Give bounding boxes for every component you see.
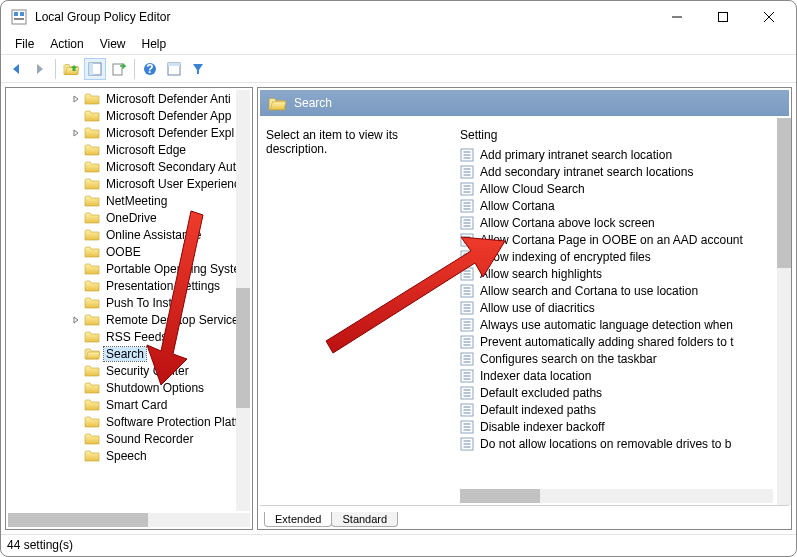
tab-extended[interactable]: Extended xyxy=(264,512,332,527)
status-text: 44 setting(s) xyxy=(7,538,73,552)
properties-button[interactable] xyxy=(163,58,185,80)
export-button[interactable] xyxy=(108,58,130,80)
tree-item-label: Shutdown Options xyxy=(104,381,206,395)
tree-item[interactable]: NetMeeting xyxy=(6,192,252,209)
setting-label: Allow Cortana Page in OOBE on an AAD acc… xyxy=(480,233,743,247)
setting-label: Indexer data location xyxy=(480,369,591,383)
forward-button[interactable] xyxy=(29,58,51,80)
setting-item[interactable]: Default excluded paths xyxy=(460,384,787,401)
setting-label: Allow Cortana above lock screen xyxy=(480,216,655,230)
folder-icon xyxy=(84,330,100,343)
tree-item[interactable]: Microsoft Defender Anti xyxy=(6,90,252,107)
setting-item[interactable]: Configures search on the taskbar xyxy=(460,350,787,367)
folder-icon xyxy=(84,92,100,105)
tree-item[interactable]: Search xyxy=(6,345,252,362)
tree-pane: Microsoft Defender AntiMicrosoft Defende… xyxy=(5,87,253,530)
detail-pane: Search Select an item to view its descri… xyxy=(257,87,792,530)
policy-setting-icon xyxy=(460,369,474,383)
tree-vertical-scrollbar[interactable] xyxy=(236,90,250,511)
tree-item[interactable]: Remote Desktop Service xyxy=(6,311,252,328)
folder-icon xyxy=(84,432,100,445)
setting-item[interactable]: Allow Cortana above lock screen xyxy=(460,214,787,231)
setting-item[interactable]: Indexer data location xyxy=(460,367,787,384)
show-tree-button[interactable] xyxy=(84,58,106,80)
tree-item[interactable]: Presentation Settings xyxy=(6,277,252,294)
back-button[interactable] xyxy=(5,58,27,80)
setting-item[interactable]: Allow Cortana xyxy=(460,197,787,214)
policy-setting-icon xyxy=(460,301,474,315)
setting-item[interactable]: Allow search and Cortana to use location xyxy=(460,282,787,299)
policy-setting-icon xyxy=(460,318,474,332)
tree-item[interactable]: Microsoft Defender Expl xyxy=(6,124,252,141)
tree-item[interactable]: Microsoft Defender App xyxy=(6,107,252,124)
tree-item[interactable]: Portable Operating Syste xyxy=(6,260,252,277)
setting-label: Add primary intranet search location xyxy=(480,148,672,162)
detail-header: Search xyxy=(260,90,789,116)
tree-item[interactable]: Microsoft User Experienc xyxy=(6,175,252,192)
tree-item[interactable]: OneDrive xyxy=(6,209,252,226)
tree-item-label: Portable Operating Syste xyxy=(104,262,242,276)
tree-item[interactable]: Security Center xyxy=(6,362,252,379)
tree-item[interactable]: Smart Card xyxy=(6,396,252,413)
tree-horizontal-scrollbar[interactable] xyxy=(8,513,250,527)
column-header-setting[interactable]: Setting xyxy=(460,128,787,146)
folder-icon xyxy=(84,296,100,309)
setting-item[interactable]: Add secondary intranet search locations xyxy=(460,163,787,180)
setting-label: Always use automatic language detection … xyxy=(480,318,733,332)
filter-button[interactable] xyxy=(187,58,209,80)
list-vertical-scrollbar[interactable] xyxy=(777,118,791,505)
menu-file[interactable]: File xyxy=(7,35,42,53)
setting-item[interactable]: Allow Cloud Search xyxy=(460,180,787,197)
tab-standard[interactable]: Standard xyxy=(331,512,398,527)
help-button[interactable]: ? xyxy=(139,58,161,80)
up-button[interactable] xyxy=(60,58,82,80)
tree-item-label: OneDrive xyxy=(104,211,159,225)
folder-icon xyxy=(84,449,100,462)
setting-item[interactable]: Do not allow locations on removable driv… xyxy=(460,435,787,452)
window-title: Local Group Policy Editor xyxy=(35,10,654,24)
close-button[interactable] xyxy=(746,1,792,33)
tree-item[interactable]: Microsoft Secondary Aut xyxy=(6,158,252,175)
menu-view[interactable]: View xyxy=(92,35,134,53)
folder-icon xyxy=(84,415,100,428)
setting-item[interactable]: Add primary intranet search location xyxy=(460,146,787,163)
minimize-button[interactable] xyxy=(654,1,700,33)
tree-item[interactable]: Speech xyxy=(6,447,252,464)
chevron-right-icon[interactable] xyxy=(70,316,82,324)
menu-action[interactable]: Action xyxy=(42,35,91,53)
tree-item-label: NetMeeting xyxy=(104,194,169,208)
setting-item[interactable]: Disable indexer backoff xyxy=(460,418,787,435)
chevron-right-icon[interactable] xyxy=(70,129,82,137)
maximize-button[interactable] xyxy=(700,1,746,33)
app-icon xyxy=(11,9,27,25)
tree-item[interactable]: Sound Recorder xyxy=(6,430,252,447)
tree-item[interactable]: Online Assistance xyxy=(6,226,252,243)
setting-label: Add secondary intranet search locations xyxy=(480,165,693,179)
tree-item[interactable]: RSS Feeds xyxy=(6,328,252,345)
tree-item[interactable]: Push To Install xyxy=(6,294,252,311)
folder-open-icon xyxy=(84,347,100,360)
menu-help[interactable]: Help xyxy=(134,35,175,53)
setting-label: Do not allow locations on removable driv… xyxy=(480,437,731,451)
list-horizontal-scrollbar[interactable] xyxy=(460,489,773,503)
folder-icon xyxy=(84,177,100,190)
tree-item[interactable]: Microsoft Edge xyxy=(6,141,252,158)
tree-item-label: Online Assistance xyxy=(104,228,203,242)
setting-item[interactable]: Prevent automatically adding shared fold… xyxy=(460,333,787,350)
policy-setting-icon xyxy=(460,165,474,179)
setting-item[interactable]: Allow use of diacritics xyxy=(460,299,787,316)
policy-setting-icon xyxy=(460,420,474,434)
tree-item[interactable]: Shutdown Options xyxy=(6,379,252,396)
tree-item-label: Microsoft User Experienc xyxy=(104,177,242,191)
tree-item-label: OOBE xyxy=(104,245,143,259)
svg-rect-6 xyxy=(20,12,24,16)
chevron-right-icon[interactable] xyxy=(70,95,82,103)
setting-item[interactable]: Default indexed paths xyxy=(460,401,787,418)
setting-label: Allow Cortana xyxy=(480,199,555,213)
setting-item[interactable]: Allow search highlights xyxy=(460,265,787,282)
tree-item[interactable]: Software Protection Platf xyxy=(6,413,252,430)
tree-item[interactable]: OOBE xyxy=(6,243,252,260)
setting-item[interactable]: Allow indexing of encrypted files xyxy=(460,248,787,265)
setting-item[interactable]: Always use automatic language detection … xyxy=(460,316,787,333)
setting-item[interactable]: Allow Cortana Page in OOBE on an AAD acc… xyxy=(460,231,787,248)
